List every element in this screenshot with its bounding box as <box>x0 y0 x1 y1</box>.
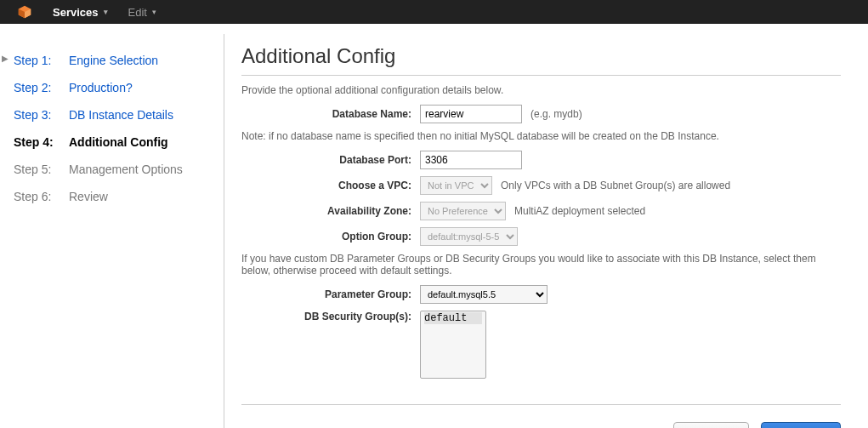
note-groups: If you have custom DB Parameter Groups o… <box>241 253 841 277</box>
divider <box>241 404 841 405</box>
parameter-group-label: Parameter Group: <box>241 288 420 300</box>
step-5: Step 5: Management Options <box>14 162 207 177</box>
step-label: Review <box>69 189 108 204</box>
vpc-label: Choose a VPC: <box>241 180 420 191</box>
row-database-name: Database Name: (e.g. mydb) <box>241 105 841 123</box>
az-select[interactable]: No Preference <box>420 202 506 220</box>
divider <box>241 75 841 76</box>
vpc-select[interactable]: Not in VPC <box>420 176 492 195</box>
step-1[interactable]: Step 1: Engine Selection <box>14 53 207 68</box>
aws-logo-icon <box>17 4 32 20</box>
row-choose-vpc: Choose a VPC: Not in VPC Only VPCs with … <box>241 176 841 195</box>
database-name-label: Database Name: <box>241 108 420 120</box>
step-label: Management Options <box>69 162 183 177</box>
step-6: Step 6: Review <box>14 189 207 204</box>
option-group-label: Option Group: <box>241 231 420 243</box>
row-availability-zone: Availability Zone: No Preference MultiAZ… <box>241 202 841 220</box>
step-label: Engine Selection <box>69 53 158 68</box>
step-label: Production? <box>69 80 133 95</box>
row-parameter-group: Parameter Group: default.mysql5.5 <box>241 285 841 304</box>
previous-button[interactable]: Previous <box>673 422 749 428</box>
step-number: Step 1: <box>14 53 60 68</box>
intro-text: Provide the optional additional configur… <box>241 84 841 96</box>
step-number: Step 2: <box>14 80 60 95</box>
az-label: Availability Zone: <box>241 205 420 217</box>
az-hint: MultiAZ deployment selected <box>514 205 645 217</box>
database-port-label: Database Port: <box>241 154 420 166</box>
row-option-group: Option Group: default:mysql-5-5 <box>241 227 841 246</box>
services-menu[interactable]: Services ▾ <box>53 6 108 19</box>
step-4: Step 4: Additional Config <box>14 134 207 150</box>
row-security-group: DB Security Group(s): default <box>241 311 841 379</box>
row-database-port: Database Port: <box>241 151 841 169</box>
database-name-hint: (e.g. mydb) <box>530 108 582 120</box>
next-step-button[interactable]: Next Step <box>761 422 841 428</box>
vpc-hint: Only VPCs with a DB Subnet Group(s) are … <box>501 180 730 191</box>
page-title: Additional Config <box>241 44 841 68</box>
step-number: Step 6: <box>14 189 60 204</box>
main-panel: Additional Config Provide the optional a… <box>224 34 851 428</box>
chevron-down-icon: ▾ <box>104 8 108 16</box>
database-name-input[interactable] <box>420 105 522 123</box>
wizard-sidebar: Step 1: Engine Selection Step 2: Product… <box>3 34 224 428</box>
database-port-input[interactable] <box>420 151 522 169</box>
chevron-down-icon: ▾ <box>152 8 156 16</box>
security-group-option: default <box>424 312 482 324</box>
step-3[interactable]: Step 3: DB Instance Details <box>14 107 207 123</box>
step-number: Step 3: <box>14 107 60 123</box>
edit-menu[interactable]: Edit ▾ <box>128 6 156 19</box>
step-label: Additional Config <box>69 134 168 150</box>
step-2[interactable]: Step 2: Production? <box>14 80 207 95</box>
option-group-select[interactable]: default:mysql-5-5 <box>420 227 518 246</box>
sidebar-pointer-icon: ▶ <box>2 54 9 63</box>
security-group-select[interactable]: default <box>420 311 486 379</box>
security-group-label: DB Security Group(s): <box>241 311 420 322</box>
services-menu-label: Services <box>53 6 99 19</box>
parameter-group-select[interactable]: default.mysql5.5 <box>420 285 547 304</box>
top-bar: Services ▾ Edit ▾ <box>0 0 868 24</box>
edit-menu-label: Edit <box>128 6 147 19</box>
button-row: Cancel Previous Next Step <box>241 422 841 428</box>
step-label: DB Instance Details <box>69 107 173 123</box>
step-number: Step 5: <box>14 162 60 177</box>
step-number: Step 4: <box>14 134 60 150</box>
note-database-name: Note: if no database name is specified t… <box>241 130 841 142</box>
